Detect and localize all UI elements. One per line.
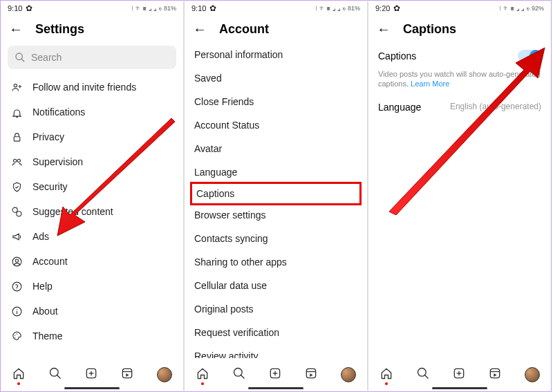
bell-icon bbox=[10, 106, 23, 118]
back-arrow-icon[interactable]: ← bbox=[193, 21, 207, 37]
meta-brand: ∞ Meta bbox=[10, 351, 174, 358]
svg-point-20 bbox=[50, 368, 58, 377]
gesture-bar bbox=[248, 387, 303, 389]
svg-point-11 bbox=[15, 259, 18, 261]
account-item-saved[interactable]: Saved bbox=[185, 66, 367, 90]
home-icon[interactable] bbox=[379, 366, 393, 383]
account-item-contacts[interactable]: Contacts syncing bbox=[185, 227, 367, 250]
svg-rect-5 bbox=[14, 136, 20, 140]
battery-text: 81% bbox=[164, 5, 176, 12]
reels-icon[interactable] bbox=[304, 366, 318, 383]
home-icon[interactable] bbox=[196, 366, 209, 383]
menu-label: Notifications bbox=[32, 106, 85, 118]
gesture-bar bbox=[64, 387, 120, 389]
menu-item-suggested[interactable]: Suggested content bbox=[1, 199, 183, 224]
settings-gear-icon: ✿ bbox=[393, 3, 400, 13]
language-row[interactable]: Language English (auto-generated) bbox=[368, 96, 551, 118]
account-item-language[interactable]: Language bbox=[185, 160, 367, 184]
settings-gear-icon: ✿ bbox=[209, 3, 216, 13]
search-nav-icon[interactable] bbox=[416, 366, 430, 383]
account-item-original[interactable]: Original posts bbox=[185, 297, 367, 321]
home-icon[interactable] bbox=[12, 366, 26, 383]
menu-item-account[interactable]: Account bbox=[1, 249, 183, 274]
back-arrow-icon[interactable]: ← bbox=[9, 21, 23, 37]
header: ← Captions bbox=[368, 16, 551, 43]
add-post-icon[interactable] bbox=[268, 366, 282, 383]
menu-item-privacy[interactable]: Privacy bbox=[1, 124, 183, 149]
search-input[interactable]: Search bbox=[8, 46, 176, 69]
menu-item-invite[interactable]: Follow and invite friends bbox=[1, 75, 183, 100]
search-icon bbox=[15, 52, 26, 63]
profile-avatar[interactable] bbox=[525, 367, 540, 382]
account-item-sharing[interactable]: Sharing to other apps bbox=[185, 250, 367, 274]
status-bar: 9:10 ✿ ⁝ ᯤ ▦ ◿ ◿ ↻ 81% bbox=[185, 1, 367, 16]
menu-item-ads[interactable]: Ads bbox=[1, 224, 183, 249]
shield-icon bbox=[10, 180, 23, 193]
menu-label: Follow and invite friends bbox=[32, 82, 136, 93]
account-item-cellular[interactable]: Cellular data use bbox=[185, 274, 367, 297]
captions-description: Video posts you watch will show auto-gen… bbox=[368, 69, 551, 96]
lock-icon bbox=[10, 131, 23, 143]
svg-point-2 bbox=[14, 84, 17, 86]
account-item-verification[interactable]: Request verification bbox=[185, 321, 367, 344]
account-item-review[interactable]: Review activity bbox=[185, 344, 367, 358]
theme-icon bbox=[10, 330, 23, 342]
menu-label: Help bbox=[32, 281, 53, 292]
svg-point-16 bbox=[16, 309, 17, 310]
account-menu: Personal information Saved Close Friends… bbox=[185, 43, 367, 358]
menu-label: Supervision bbox=[32, 156, 83, 167]
back-arrow-icon[interactable]: ← bbox=[377, 21, 391, 37]
learn-more-link[interactable]: Learn More bbox=[411, 80, 449, 88]
suggested-icon bbox=[10, 205, 23, 218]
menu-item-supervision[interactable]: Supervision bbox=[1, 149, 183, 174]
reels-icon[interactable] bbox=[120, 366, 134, 383]
menu-label: Ads bbox=[32, 231, 49, 242]
header: ← Account bbox=[185, 16, 367, 43]
account-item-browser[interactable]: Browser settings bbox=[185, 203, 367, 227]
account-item-captions[interactable]: Captions bbox=[190, 182, 362, 205]
svg-point-34 bbox=[418, 368, 426, 377]
menu-item-theme[interactable]: Theme bbox=[1, 324, 183, 348]
add-post-icon[interactable] bbox=[452, 366, 466, 383]
account-item-avatar[interactable]: Avatar bbox=[185, 137, 367, 160]
captions-toggle[interactable] bbox=[518, 50, 541, 62]
account-item-personal[interactable]: Personal information bbox=[185, 43, 367, 66]
reels-icon[interactable] bbox=[488, 366, 502, 383]
settings-gear-icon: ✿ bbox=[26, 3, 32, 13]
svg-point-13 bbox=[16, 288, 17, 289]
megaphone-icon bbox=[10, 230, 23, 243]
search-nav-icon[interactable] bbox=[48, 366, 62, 383]
menu-label: Suggested content bbox=[32, 206, 113, 217]
battery-text: 81% bbox=[348, 5, 360, 12]
svg-line-21 bbox=[57, 375, 60, 379]
status-bar: 9:10 ✿ ⁝ ᯤ ▦ ◿ ◿ ↻ 81% bbox=[1, 1, 183, 16]
svg-rect-39 bbox=[491, 368, 500, 377]
svg-point-17 bbox=[14, 335, 15, 335]
svg-point-9 bbox=[16, 211, 21, 216]
header: ← Settings bbox=[1, 16, 183, 43]
svg-point-27 bbox=[234, 368, 242, 377]
add-post-icon[interactable] bbox=[84, 366, 98, 383]
menu-item-security[interactable]: Security bbox=[1, 174, 183, 199]
status-icons: ⁝ ᯤ ▦ ◿ ◿ ↻ bbox=[499, 5, 530, 12]
svg-rect-25 bbox=[123, 368, 132, 377]
captions-toggle-row: Captions bbox=[368, 43, 551, 69]
svg-rect-32 bbox=[307, 368, 316, 377]
clock-text: 9:10 bbox=[8, 4, 22, 12]
menu-item-notifications[interactable]: Notifications bbox=[1, 100, 183, 124]
menu-item-help[interactable]: Help bbox=[1, 274, 183, 299]
status-icons: ⁝ ᯤ ▦ ◿ ◿ ↻ bbox=[315, 5, 346, 12]
svg-point-0 bbox=[16, 53, 22, 59]
status-bar: 9:20 ✿ ⁝ ᯤ ▦ ◿ ◿ ↻ 92% bbox=[368, 1, 551, 16]
search-nav-icon[interactable] bbox=[232, 366, 246, 383]
menu-item-about[interactable]: About bbox=[1, 299, 183, 324]
clock-text: 9:10 bbox=[191, 4, 206, 12]
account-item-status[interactable]: Account Status bbox=[185, 113, 367, 137]
profile-avatar[interactable] bbox=[157, 367, 172, 382]
settings-screen: 9:10 ✿ ⁝ ᯤ ▦ ◿ ◿ ↻ 81% ← Settings Search… bbox=[0, 0, 184, 392]
account-icon bbox=[10, 255, 23, 268]
profile-avatar[interactable] bbox=[341, 367, 356, 382]
settings-menu: Follow and invite friends Notifications … bbox=[1, 75, 183, 358]
account-item-close-friends[interactable]: Close Friends bbox=[185, 90, 367, 113]
status-icons: ⁝ ᯤ ▦ ◿ ◿ ↻ bbox=[131, 5, 162, 12]
